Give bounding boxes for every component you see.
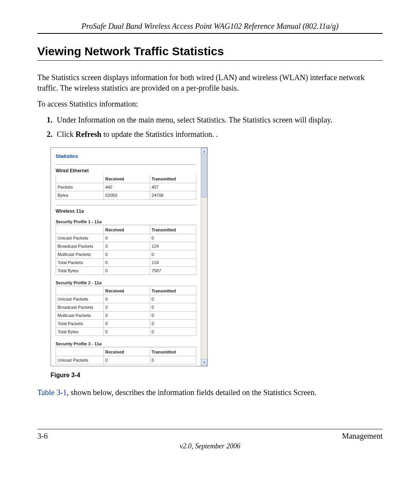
table-row: Bytes 52050 24708 [56, 191, 196, 200]
wired-ethernet-table: Received Transmitted Packets 442 457 Byt… [56, 175, 196, 200]
table-row: Broadcast Packets00 [56, 303, 196, 312]
col-received: Received [103, 175, 150, 183]
table-reference-rest: , shown below, describes the information… [67, 388, 317, 397]
table-header-row: Received Transmitted [56, 287, 196, 295]
row-rx: 0 [103, 320, 150, 328]
row-tx: 0 [150, 295, 196, 303]
row-tx: 0 [150, 328, 196, 336]
col-blank [56, 287, 104, 295]
row-tx: 0 [150, 250, 196, 259]
row-label: Packets [56, 183, 104, 191]
col-received: Received [103, 348, 150, 356]
table-row: Broadcast Packets0124 [56, 242, 196, 250]
table-3-1-link[interactable]: Table 3-1 [37, 388, 67, 397]
row-tx: 7587 [150, 267, 196, 275]
row-rx: 442 [103, 183, 150, 191]
wired-ethernet-heading: Wired Ethernet [56, 164, 196, 173]
row-tx: 0 [150, 303, 196, 312]
row-label: Multicast Packets [56, 250, 104, 259]
step-2: Click Refresh to update the Statistics i… [54, 129, 383, 140]
table-header-row: Received Transmitted [56, 226, 196, 234]
row-tx: 124 [150, 259, 196, 267]
row-tx: 0 [150, 312, 196, 320]
header-rule [37, 33, 383, 34]
profile-2-heading: Security Profile 2 - 11a [56, 280, 196, 286]
page-footer: 3-6 Management v2.0, September 2006 [37, 429, 383, 450]
row-rx: 0 [103, 312, 150, 320]
statistics-screenshot: ▴ ▾ Statistics Wired Ethernet Received T… [51, 147, 208, 366]
row-label: Total Packets [56, 320, 104, 328]
table-row: Total Bytes07587 [56, 267, 196, 275]
figure-caption: Figure 3-4 [51, 372, 383, 379]
col-transmitted: Transmitted [150, 226, 196, 234]
row-rx: 0 [103, 259, 150, 267]
footer-page-number: 3-6 [37, 432, 48, 441]
wireless-11a-heading: Wireless 11a [56, 205, 196, 214]
step-2-pre: Click [57, 130, 75, 138]
step-2-bold: Refresh [75, 130, 101, 138]
row-rx: 0 [103, 234, 150, 242]
row-rx: 0 [103, 267, 150, 275]
table-row: Total Packets00 [56, 320, 196, 328]
col-blank [56, 226, 104, 234]
table-row: Total Bytes00 [56, 328, 196, 336]
scrollbar[interactable]: ▴ ▾ [201, 148, 207, 366]
scroll-thumb[interactable] [201, 154, 207, 198]
row-tx: 24708 [150, 191, 196, 200]
profile-1-table: Received Transmitted Unicast Packets00 B… [56, 226, 196, 275]
table-row: Unicast Packets00 [56, 356, 196, 364]
row-label: Total Bytes [56, 267, 104, 275]
profile-3-table: Received Transmitted Unicast Packets00 [56, 348, 196, 364]
row-tx: 0 [150, 356, 196, 364]
profile-1-heading: Security Profile 1 - 11a [56, 219, 196, 225]
col-received: Received [103, 226, 150, 234]
table-header-row: Received Transmitted [56, 348, 196, 356]
table-row: Packets 442 457 [56, 183, 196, 191]
table-reference-paragraph: Table 3-1, shown below, describes the in… [37, 387, 383, 398]
row-tx: 457 [150, 183, 196, 191]
scroll-down-button[interactable]: ▾ [201, 359, 207, 366]
row-tx: 0 [150, 234, 196, 242]
row-rx: 0 [103, 303, 150, 312]
intro-paragraph: The Statistics screen displays informati… [37, 72, 383, 93]
table-header-row: Received Transmitted [56, 175, 196, 183]
table-row: Multicast Packets00 [56, 250, 196, 259]
row-rx: 52050 [103, 191, 150, 200]
row-label: Total Bytes [56, 328, 104, 336]
table-row: Unicast Packets00 [56, 295, 196, 303]
row-rx: 0 [103, 328, 150, 336]
table-row: Multicast Packets00 [56, 312, 196, 320]
row-label: Broadcast Packets [56, 303, 104, 312]
table-row: Unicast Packets00 [56, 234, 196, 242]
col-transmitted: Transmitted [150, 348, 196, 356]
panel-title: Statistics [56, 153, 196, 159]
lead-in-paragraph: To access Statistics information: [37, 99, 383, 109]
row-label: Unicast Packets [56, 234, 104, 242]
profile-3-heading: Security Profile 3 - 11a [56, 341, 196, 347]
col-transmitted: Transmitted [150, 175, 196, 183]
section-title: Viewing Network Traffic Statistics [37, 45, 383, 58]
row-label: Total Packets [56, 259, 104, 267]
row-rx: 0 [103, 295, 150, 303]
row-tx: 0 [150, 320, 196, 328]
step-1: Under Information on the main menu, sele… [54, 115, 383, 125]
footer-rule [37, 429, 383, 429]
section-rule [37, 60, 383, 61]
steps-list: Under Information on the main menu, sele… [37, 115, 383, 140]
row-rx: 0 [103, 356, 150, 364]
footer-chapter: Management [342, 432, 383, 441]
col-received: Received [103, 287, 150, 295]
col-blank [56, 348, 104, 356]
profile-2-table: Received Transmitted Unicast Packets00 B… [56, 287, 196, 336]
row-label: Bytes [56, 191, 104, 200]
row-tx: 124 [150, 242, 196, 250]
row-label: Multicast Packets [56, 312, 104, 320]
row-rx: 0 [103, 250, 150, 259]
running-head: ProSafe Dual Band Wireless Access Point … [37, 22, 383, 31]
figure-3-4: ▴ ▾ Statistics Wired Ethernet Received T… [51, 147, 383, 366]
row-label: Unicast Packets [56, 356, 104, 364]
col-transmitted: Transmitted [150, 287, 196, 295]
col-blank [56, 175, 104, 183]
step-2-post: to update the Statistics information. . [102, 130, 218, 138]
step-1-text: Under Information on the main menu, sele… [57, 116, 332, 124]
